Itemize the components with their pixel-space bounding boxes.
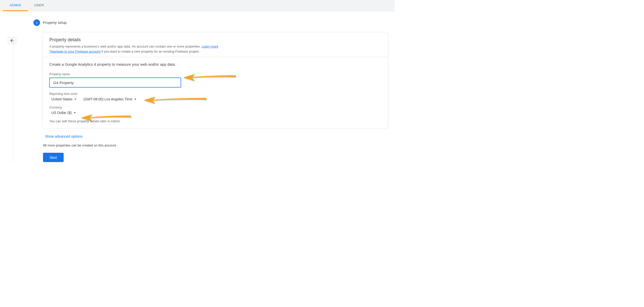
ga4-instruction: Create a Google Analytics 4 property to … <box>49 62 382 66</box>
currency-select[interactable]: US Dollar ($) <box>51 111 76 115</box>
chevron-down-icon <box>134 99 136 100</box>
currency-label: Currency <box>49 106 382 109</box>
step-rail <box>13 11 37 162</box>
currency-select-value: US Dollar ($) <box>51 111 72 115</box>
learn-more-link[interactable]: Learn more <box>202 45 218 48</box>
properties-remaining-text: 98 more properties can be created on thi… <box>43 143 394 147</box>
chevron-down-icon <box>74 99 76 100</box>
step-title: Property setup <box>43 21 67 25</box>
top-tabs: ADMIN USER <box>0 0 394 11</box>
tab-admin[interactable]: ADMIN <box>3 3 28 11</box>
next-button[interactable]: Next <box>43 153 64 162</box>
property-name-input[interactable] <box>49 78 181 88</box>
card-section-title: Property details <box>49 37 382 43</box>
firebase-link[interactable]: *Navigate to your Firebase account <box>49 50 100 53</box>
country-select-value: United States <box>51 97 72 101</box>
country-select[interactable]: United States <box>51 97 76 101</box>
edit-later-hint: You can edit these property details late… <box>49 119 382 123</box>
tab-user[interactable]: USER <box>28 3 51 11</box>
card-desc-prefix: A property represents a business's web a… <box>49 45 202 48</box>
property-name-label: Property name <box>49 72 382 76</box>
timezone-label: Reporting time zone <box>49 92 382 96</box>
card-firebase-suffix: if you want to create a new property for… <box>100 50 200 53</box>
card-description: A property represents a business's web a… <box>49 44 382 54</box>
timezone-select-value: (GMT-08:00) Los Angeles Time <box>84 97 132 101</box>
property-details-card: Property details A property represents a… <box>43 32 388 128</box>
show-advanced-options-link[interactable]: Show advanced options <box>45 134 83 138</box>
timezone-select[interactable]: (GMT-08:00) Los Angeles Time <box>84 97 136 101</box>
chevron-down-icon <box>74 112 76 113</box>
step-number-badge: 1 <box>33 19 40 26</box>
